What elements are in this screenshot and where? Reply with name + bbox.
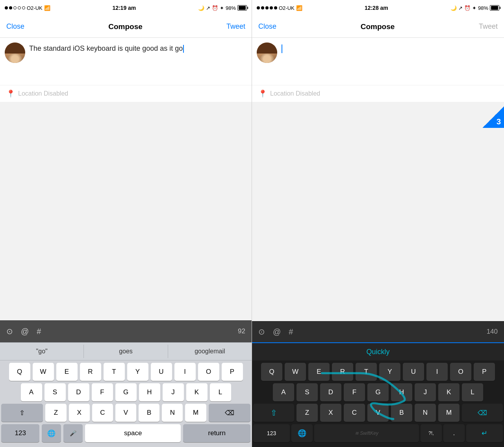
sk-key-W[interactable]: W [285,363,306,381]
sk-key-Z[interactable]: Z [296,404,318,422]
sk-key-B[interactable]: B [391,404,412,422]
sk-key-U[interactable]: U [403,363,424,381]
key-P-left[interactable]: P [222,363,243,381]
hash-icon-left[interactable]: # [37,327,41,336]
key-A-left[interactable]: A [21,383,42,401]
sk-key-L[interactable]: L [462,383,483,401]
key-H-left[interactable]: H [139,383,160,401]
text-cursor-right [282,44,282,53]
key-B-left[interactable]: B [139,404,159,422]
ios-keyboard-left: Q W E R T Y U I O P A S D F G H J K L ⇧ … [0,360,252,447]
sk-key-N[interactable]: N [415,404,436,422]
key-U-left[interactable]: U [151,363,172,381]
tweet-button-right[interactable]: Tweet [479,22,498,31]
sk-key-F[interactable]: F [344,383,365,401]
tweet-button-left[interactable]: Tweet [226,22,245,31]
key-K-left[interactable]: K [186,383,208,401]
camera-icon-right[interactable]: ⊙ [258,327,265,336]
key-G-left[interactable]: G [115,383,137,401]
sk-key-C[interactable]: C [344,404,365,422]
sk-key-E[interactable]: E [308,363,330,381]
backspace-key-left[interactable]: ⌫ [209,404,250,422]
signal-dot-4 [18,6,21,9]
location-bar-left[interactable]: 📍 Location Disabled [0,85,252,102]
signal-dot-r1 [257,6,260,9]
sk-key-I[interactable]: I [426,363,448,381]
sk-key-X[interactable]: X [320,404,341,422]
key-L-left[interactable]: L [210,383,231,401]
key-S-left[interactable]: S [44,383,66,401]
hash-icon-right[interactable]: # [289,327,293,336]
key-M-left[interactable]: M [185,404,206,422]
sk-key-P[interactable]: P [474,363,495,381]
sk-shift-key[interactable]: ⇧ [253,404,294,422]
moon-icon-left: 🌙 [198,5,204,11]
at-icon-right[interactable]: @ [273,327,281,336]
mic-key-left[interactable]: 🎤 [63,424,83,442]
sk-key-M[interactable]: M [438,404,460,422]
numbers-key-left[interactable]: 123 [1,424,39,442]
sk-key-A[interactable]: A [273,383,294,401]
moon-icon-right: 🌙 [450,5,457,11]
sk-key-V[interactable]: V [367,404,389,422]
sk-backspace-key[interactable]: ⌫ [462,404,503,422]
key-J-left[interactable]: J [163,383,184,401]
sk-key-D[interactable]: D [320,383,341,401]
key-F-left[interactable]: F [92,383,113,401]
battery-icon-left [237,5,247,11]
sk-period-key[interactable]: . [443,424,465,442]
close-button-left[interactable]: Close [6,22,24,31]
key-Z-left[interactable]: Z [45,404,66,422]
key-D-left[interactable]: D [68,383,89,401]
autocomplete-item-1[interactable]: "go" [0,345,84,358]
key-T-left[interactable]: T [104,363,125,381]
sk-key-H[interactable]: H [391,383,412,401]
location-bar-right[interactable]: 📍 Location Disabled [252,85,504,102]
key-N-left[interactable]: N [162,404,183,422]
autocomplete-item-2[interactable]: goes [84,345,168,358]
tweet-text-content-left: The standard iOS keyboard is quite good … [29,44,183,52]
space-key-left[interactable]: space [85,424,181,442]
sk-key-G[interactable]: G [367,383,389,401]
key-V-left[interactable]: V [115,404,136,422]
sk-key-J[interactable]: J [415,383,436,401]
sk-symbols-key[interactable]: ?!, [421,424,442,442]
sk-key-O[interactable]: O [450,363,471,381]
key-R-left[interactable]: R [80,363,101,381]
return-key-left[interactable]: return [183,424,250,442]
sk-key-K[interactable]: K [438,383,460,401]
at-icon-left[interactable]: @ [21,327,29,336]
sk-enter-key[interactable]: ↵ [466,424,503,442]
char-count-left: 92 [238,327,245,335]
battery-tip-left [247,7,248,9]
sk-key-R[interactable]: R [332,363,353,381]
key-C-left[interactable]: C [92,404,113,422]
status-right-right: 🌙 ↗ ⏰ ✦ 98% [450,5,499,11]
tweet-text-area-right[interactable] [281,42,499,80]
sk-key-Q[interactable]: Q [261,363,282,381]
key-I-left[interactable]: I [174,363,196,381]
nav-bar-left: Close Compose Tweet [0,16,252,38]
swiftkey-suggestion-text[interactable]: Quickly [366,348,389,356]
signal-dot-1 [5,6,8,9]
compose-area-right [252,38,504,85]
key-row-3-left: ⇧ Z X C V B N M ⌫ [1,404,250,422]
sk-key-T[interactable]: T [356,363,377,381]
nav-title-right: Compose [361,22,395,31]
key-Y-left[interactable]: Y [127,363,148,381]
key-W-left[interactable]: W [33,363,54,381]
tweet-text-area-left[interactable]: The standard iOS keyboard is quite good … [29,42,247,80]
sk-numbers-key[interactable]: 123 [253,424,290,442]
sk-key-Y[interactable]: Y [379,363,400,381]
shift-key-left[interactable]: ⇧ [1,404,43,422]
key-E-left[interactable]: E [56,363,78,381]
globe-key-left[interactable]: 🌐 [42,424,61,442]
sk-globe-key[interactable]: 🌐 [291,424,313,442]
autocomplete-item-3[interactable]: googlemail [168,345,252,358]
key-X-left[interactable]: X [69,404,90,422]
key-O-left[interactable]: O [198,363,219,381]
close-button-right[interactable]: Close [258,22,276,31]
sk-key-S[interactable]: S [296,383,318,401]
camera-icon-left[interactable]: ⊙ [6,327,13,336]
key-Q-left[interactable]: Q [9,363,30,381]
